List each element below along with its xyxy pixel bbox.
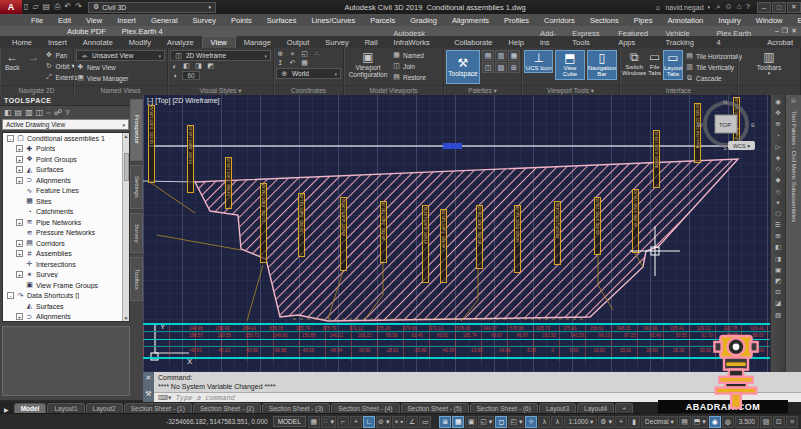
help-icon[interactable]: ? [746, 2, 750, 11]
tree-item-pipe-networks[interactable]: +≋Pipe Networks [3, 217, 129, 228]
layout-tab-section-sheet-2[interactable]: Section Sheet - (2) [193, 403, 261, 413]
section-offset-label[interactable]: 43.605 1.595 114.41 [554, 201, 561, 265]
ribbon-tab-featured-apps[interactable]: Featured Apps [610, 28, 657, 48]
steering-icon[interactable]: ◈ [776, 154, 781, 161]
named-view-select[interactable]: ⌯Unsaved View▾ [76, 50, 165, 61]
layout-tab-section-sheet-6[interactable]: Section Sheet - (6) [470, 403, 538, 413]
undo-icon[interactable]: ↶ [65, 2, 72, 11]
cascade-button[interactable]: ⧉Cascade [685, 73, 742, 83]
tree-item-pressure-networks[interactable]: ≋Pressure Networks [3, 228, 129, 239]
tree-item-alignments[interactable]: +⊃Alignments [3, 175, 129, 186]
ribbon-tab-plex-earth-4[interactable]: Plex.Earth 4 [709, 28, 760, 48]
drawing-canvas[interactable]: [-] [Top] [2D Wireframe] Y X 54.605 -9 [143, 95, 770, 372]
ucs-select[interactable]: ⊕World▾ [276, 68, 341, 79]
tree-expander-icon[interactable]: + [16, 177, 23, 184]
palette-tool-icon[interactable]: ◆ [776, 176, 781, 183]
tree-item-sites[interactable]: ▦Sites [3, 196, 129, 207]
hardware-accel-icon[interactable]: ⬒ ▾ [692, 416, 708, 428]
workspace-switcher[interactable]: ⚙Civil 3D▾ [88, 2, 216, 13]
redo-icon[interactable]: ↷ [75, 2, 82, 11]
toolspace-view-select[interactable]: Active Drawing View▾ [2, 119, 129, 130]
selection-filter-icon[interactable]: ≣ [439, 416, 451, 428]
osnap-icon[interactable]: ⌖ ▾ [392, 416, 405, 428]
palette-tool-icon[interactable]: ☰ [775, 221, 781, 228]
tree-item-point-groups[interactable]: +❖Point Groups [3, 154, 129, 165]
tree-expander-icon[interactable]: - [7, 292, 14, 299]
ribbon-tab-modify[interactable]: Modify [121, 37, 159, 48]
tree-item-surfaces[interactable]: +◭Surfaces [3, 165, 129, 176]
help-icon[interactable]: ? [65, 108, 69, 117]
tree-item-surfaces[interactable]: ◭Surfaces [3, 301, 129, 312]
texture-icon[interactable]: ◩ [206, 62, 215, 70]
ribbon-tab-rail[interactable]: Rail [357, 37, 386, 48]
tree-scrollbar[interactable]: ▲▼ [122, 133, 129, 321]
tree-item-survey[interactable]: +✶Survey [3, 270, 129, 281]
app-store-icon[interactable]: ⌂ [737, 2, 742, 11]
tree-item-view-frame-groups[interactable]: ▣View Frame Groups [3, 280, 129, 291]
autoscale-icon[interactable]: ◱ ▾ [478, 416, 494, 428]
back-button[interactable]: ←Back [2, 50, 22, 72]
clean-screen-icon[interactable]: ▨ [760, 416, 772, 428]
tree-item-catchments[interactable]: ◔Catchments [3, 207, 129, 218]
menu-corridors[interactable]: Corridors [537, 16, 582, 25]
ortho-mode-icon[interactable]: ∟ [363, 416, 375, 428]
layout-tab-section-sheet-5[interactable]: Section Sheet - (5) [401, 403, 469, 413]
palette-tool-icon[interactable]: ◩ [775, 277, 781, 284]
section-offset-label[interactable]: 48.605 -3.405 125.45 [380, 201, 387, 263]
menu-window[interactable]: Window [749, 16, 790, 25]
menu-annotation[interactable]: Annotation [660, 16, 710, 25]
ribbon-tab-acrobat[interactable]: Acrobat [759, 37, 801, 48]
tree-expander-icon[interactable]: + [16, 156, 23, 163]
ribbon-tab-express-tools[interactable]: Express Tools [564, 28, 610, 48]
palette-tool-icon[interactable]: ⬡ [775, 210, 781, 217]
section-offset-label[interactable]: 46.605 -1.405 120.43 [440, 209, 447, 283]
tile-horizontally-button[interactable]: ▤Tile Horizontally [685, 51, 742, 61]
panel-label-model-viewports[interactable]: Model Viewports [344, 85, 443, 95]
restore-viewports-button[interactable]: ▤Restore [392, 72, 426, 82]
orbit-tool-icon[interactable]: ◔ [776, 132, 780, 139]
osnap-3d-icon[interactable]: ∠ [406, 416, 418, 428]
dynamic-input-icon[interactable]: + [350, 416, 362, 428]
ribbon-tab-insert[interactable]: Insert [40, 37, 75, 48]
ucs-world-icon[interactable]: ⊕ [276, 50, 285, 58]
panel-label-interface[interactable]: Interface [620, 85, 737, 95]
tree-expander-icon[interactable]: + [16, 166, 23, 173]
tool-palettes-icon[interactable]: ▥ [495, 50, 507, 61]
scroll-up-icon[interactable]: ▲ [124, 133, 129, 139]
search-icon[interactable]: ⌕ [716, 2, 720, 12]
forward-button[interactable]: → [24, 50, 42, 65]
infer-constraints-icon[interactable]: ⌐ [337, 416, 349, 428]
pan-tool-icon[interactable]: ✥ [775, 109, 780, 116]
crosshair-toggle-icon[interactable]: + [615, 416, 627, 428]
layout-quickview-icon[interactable]: ▶ [4, 406, 9, 413]
tree-expander-icon[interactable]: + [16, 219, 23, 226]
panel-label-palettes[interactable]: Palettes ▾ [444, 85, 521, 95]
file-tabs-button[interactable]: ▭File Tabs [648, 50, 661, 78]
fullscreen-icon[interactable]: ⊡ [773, 416, 785, 428]
named-viewports-button[interactable]: ▦Named [392, 50, 426, 60]
ucs-named-icon[interactable]: ▦ [300, 59, 309, 67]
panel-label-viewport-tools[interactable]: Viewport Tools ▾ [522, 85, 619, 95]
annotation-visibility-icon[interactable]: ▣ [465, 416, 477, 428]
layout-tab-layout3[interactable]: Layout3 [539, 403, 576, 413]
menu-alignments[interactable]: Alignments [445, 16, 496, 25]
wrench-icon[interactable]: ⚒ [145, 390, 151, 398]
ribbon-tab-annotate[interactable]: Annotate [75, 37, 121, 48]
gizmo-icon[interactable]: ▦ [452, 416, 464, 428]
visual-style-select[interactable]: ◫2D Wireframe▾ [170, 50, 271, 61]
layout-tab-layout4[interactable]: Layout4 [577, 403, 614, 413]
ucs-3p-icon[interactable]: ∴ [312, 50, 321, 58]
tree-expander-icon[interactable]: + [16, 313, 23, 320]
tree-item-feature-lines[interactable]: ∿Feature Lines [3, 186, 129, 197]
layout-tab-section-sheet-4[interactable]: Section Sheet - (4) [331, 403, 399, 413]
doc-restore-button[interactable]: ❐ [782, 27, 788, 35]
graphics-performance-icon[interactable]: ◉ [709, 416, 721, 428]
preview-toggle-icon[interactable]: ▤ [15, 108, 23, 117]
item-view-toggle-icon[interactable]: ◧ [4, 108, 12, 117]
section-offset-label[interactable]: 53.605 -8.405 142.43 [187, 125, 194, 193]
xray-icon[interactable]: ◑ [170, 72, 179, 79]
layout-tab-section-sheet-1[interactable]: Section Sheet - (1) [124, 403, 192, 413]
copy-view-icon[interactable]: ◫ [36, 108, 44, 117]
palette-tool-icon[interactable]: ⊡ [775, 288, 780, 295]
menu-parcels[interactable]: Parcels [363, 16, 402, 25]
